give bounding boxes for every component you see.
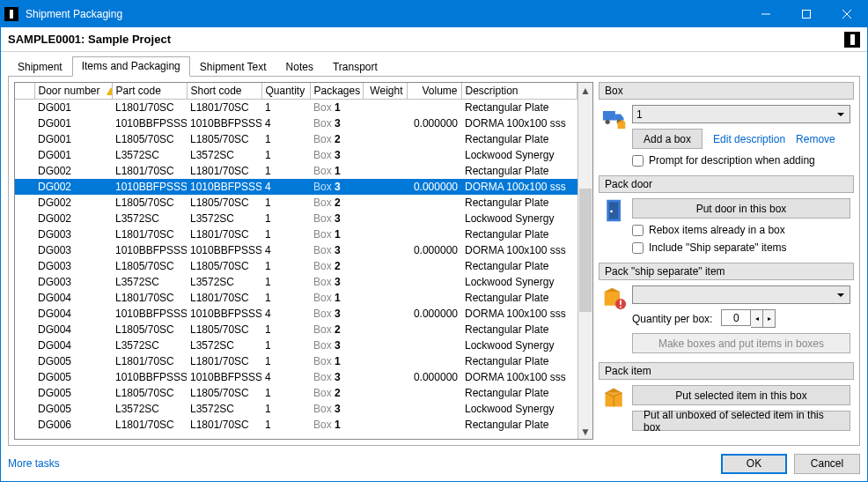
- items-grid[interactable]: Door number Part code Short code Quantit…: [15, 83, 577, 439]
- table-row[interactable]: DG001L3572SCL3572SC1Box 3Lockwood Synerg…: [15, 147, 577, 163]
- rebox-checkbox[interactable]: Rebox items already in a box: [632, 224, 850, 236]
- table-row[interactable]: DG002L3572SCL3572SC1Box 3Lockwood Synerg…: [15, 211, 577, 226]
- items-grid-wrap: Door number Part code Short code Quantit…: [14, 82, 593, 440]
- table-row[interactable]: DG003L1805/70SCL1805/70SC1Box 2Rectangul…: [15, 258, 577, 274]
- table-row[interactable]: DG0041010BBFPSSS1010BBFPSSS4Box 30.00000…: [15, 306, 577, 322]
- put-door-button[interactable]: Put door in this box: [632, 198, 850, 219]
- table-row[interactable]: DG005L1801/70SCL1801/70SC1Box 1Rectangul…: [15, 353, 577, 369]
- table-row[interactable]: DG002L1801/70SCL1801/70SC1Box 1Rectangul…: [15, 163, 577, 179]
- maximize-icon: [802, 10, 811, 19]
- close-icon: [842, 10, 851, 19]
- col-shortcode[interactable]: Short code: [187, 83, 261, 100]
- svg-point-5: [606, 120, 610, 124]
- app-window: Shipment Packaging SAMPLE0001: Sample Pr…: [0, 0, 868, 482]
- include-ship-separate-checkbox[interactable]: Include "Ship separate" items: [632, 241, 850, 254]
- col-packages[interactable]: Packages: [310, 83, 363, 100]
- table-row[interactable]: DG006L1801/70SCL1801/70SC1Box 1Rectangul…: [15, 417, 577, 433]
- section-packship-title: Pack "ship separate" item: [599, 263, 854, 280]
- svg-rect-9: [609, 202, 619, 219]
- prompt-description-checkbox[interactable]: Prompt for description when adding: [632, 154, 850, 167]
- window-title: Shipment Packaging: [26, 8, 122, 20]
- warning-icon: [107, 83, 112, 95]
- svg-rect-13: [620, 300, 622, 305]
- svg-rect-14: [620, 307, 622, 308]
- put-selected-item-button[interactable]: Put selected item in this box: [632, 385, 850, 405]
- content-area: Shipment Items and Packaging Shipment Te…: [1, 52, 867, 449]
- put-all-unboxed-button[interactable]: Put all unboxed of selected item in this…: [632, 411, 850, 431]
- scroll-down-icon[interactable]: ▼: [578, 424, 592, 439]
- scroll-thumb[interactable]: [579, 189, 592, 312]
- svg-rect-4: [603, 111, 615, 121]
- svg-point-10: [610, 211, 613, 213]
- svg-rect-7: [618, 122, 626, 129]
- col-volume[interactable]: Volume: [407, 83, 461, 100]
- box-select[interactable]: 1: [632, 105, 850, 123]
- section-packitem: Put selected item in this box Put all un…: [599, 380, 854, 440]
- include-ship-separate-input[interactable]: [632, 242, 644, 254]
- col-part[interactable]: Part code: [112, 83, 187, 100]
- make-boxes-button[interactable]: Make boxes and put items in boxes: [632, 333, 850, 353]
- brand-logo-icon: [844, 32, 860, 48]
- door-icon: [602, 198, 627, 223]
- table-row[interactable]: DG0031010BBFPSSS1010BBFPSSS4Box 30.00000…: [15, 242, 577, 258]
- section-packship: Quantity per box: ◂ ▸ Make boxes and put…: [599, 280, 854, 362]
- grid-header-row: Door number Part code Short code Quantit…: [15, 83, 577, 100]
- maximize-button[interactable]: [786, 1, 827, 27]
- qty-increment-button[interactable]: ▸: [763, 309, 776, 328]
- table-row[interactable]: DG005L1805/70SCL1805/70SC1Box 2Rectangul…: [15, 385, 577, 401]
- rebox-input[interactable]: [632, 225, 644, 236]
- tab-strip: Shipment Items and Packaging Shipment Te…: [8, 57, 860, 77]
- section-packitem-title: Pack item: [599, 362, 854, 380]
- project-title: SAMPLE0001: Sample Project: [8, 33, 171, 46]
- app-icon: [4, 7, 18, 21]
- project-bar: SAMPLE0001: Sample Project: [1, 27, 867, 52]
- qty-decrement-button[interactable]: ◂: [751, 309, 763, 328]
- remove-box-link[interactable]: Remove: [796, 133, 835, 145]
- col-weight[interactable]: Weight: [363, 83, 407, 100]
- prompt-description-input[interactable]: [632, 155, 644, 167]
- qty-per-box-input[interactable]: [721, 309, 751, 326]
- add-box-button[interactable]: Add a box: [632, 129, 702, 149]
- more-tasks-link[interactable]: More tasks: [8, 457, 60, 470]
- side-panel: Box 1 Add a box Edi: [599, 82, 854, 440]
- table-row[interactable]: DG004L3572SCL3572SC1Box 3Lockwood Synerg…: [15, 337, 577, 353]
- table-row[interactable]: DG0021010BBFPSSS1010BBFPSSS4Box 30.00000…: [15, 179, 577, 195]
- table-row[interactable]: DG005L3572SCL3572SC1Box 3Lockwood Synerg…: [15, 401, 577, 417]
- table-row[interactable]: DG003L3572SCL3572SC1Box 3Lockwood Synerg…: [15, 274, 577, 290]
- table-row[interactable]: DG004L1801/70SCL1801/70SC1Box 1Rectangul…: [15, 290, 577, 306]
- ok-button[interactable]: OK: [721, 454, 787, 474]
- table-row[interactable]: DG004L1805/70SCL1805/70SC1Box 2Rectangul…: [15, 322, 577, 337]
- col-quantity[interactable]: Quantity: [261, 83, 310, 100]
- qty-per-box-spinner[interactable]: ◂ ▸: [721, 309, 776, 328]
- prompt-description-label: Prompt for description when adding: [649, 154, 815, 167]
- tab-items-and-packaging[interactable]: Items and Packaging: [72, 56, 190, 77]
- edit-description-link[interactable]: Edit description: [713, 133, 785, 145]
- ship-separate-select[interactable]: [632, 285, 850, 304]
- tab-shipment[interactable]: Shipment: [8, 57, 72, 77]
- scroll-up-icon[interactable]: ▲: [578, 83, 592, 98]
- table-row[interactable]: DG0011010BBFPSSS1010BBFPSSS4Box 30.00000…: [15, 115, 577, 131]
- include-ship-separate-label: Include "Ship separate" items: [649, 241, 787, 254]
- table-row[interactable]: DG003L1801/70SCL1801/70SC1Box 1Rectangul…: [15, 226, 577, 242]
- tab-shipment-text[interactable]: Shipment Text: [190, 57, 276, 77]
- tab-transport[interactable]: Transport: [323, 57, 387, 77]
- col-description[interactable]: Description: [461, 83, 577, 100]
- truck-box-icon: [602, 105, 627, 130]
- table-row[interactable]: DG002L1805/70SCL1805/70SC1Box 2Rectangul…: [15, 195, 577, 211]
- grid-scrollbar[interactable]: ▲ ▼: [577, 83, 592, 439]
- box-icon: [602, 385, 627, 410]
- box-select-value: 1: [636, 108, 643, 121]
- close-button[interactable]: [827, 1, 867, 27]
- table-row[interactable]: DG001L1801/70SCL1801/70SC1Box 1Rectangul…: [15, 100, 577, 115]
- minimize-button[interactable]: [746, 1, 786, 27]
- section-box-title: Box: [599, 82, 854, 100]
- col-door[interactable]: Door number: [34, 83, 112, 100]
- table-row[interactable]: DG0051010BBFPSSS1010BBFPSSS4Box 30.00000…: [15, 369, 577, 385]
- section-box: 1 Add a box Edit description Remove Prom…: [599, 100, 854, 175]
- table-row[interactable]: DG001L1805/70SCL1805/70SC1Box 2Rectangul…: [15, 131, 577, 147]
- section-packdoor: Put door in this box Rebox items already…: [599, 193, 854, 263]
- tab-notes[interactable]: Notes: [276, 57, 323, 77]
- col-rowhandle[interactable]: [15, 83, 34, 100]
- cancel-button[interactable]: Cancel: [794, 454, 860, 474]
- minimize-icon: [761, 10, 770, 19]
